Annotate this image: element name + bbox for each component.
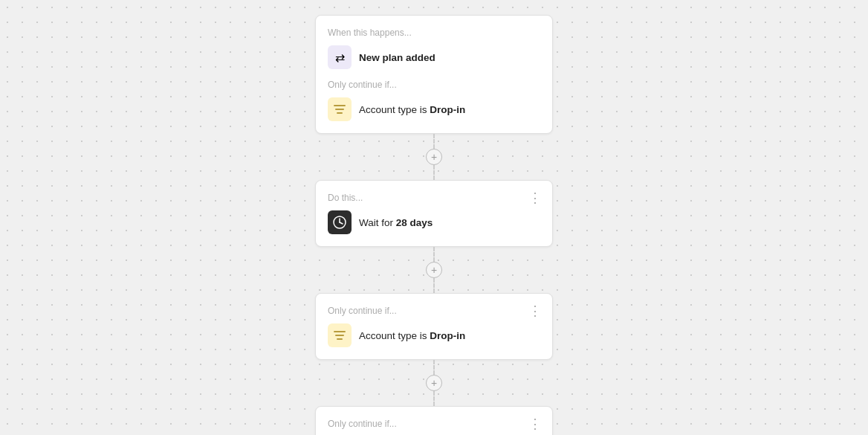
connector-line-bottom-2 bbox=[433, 278, 435, 293]
filter-text-2: Account type is Drop-in bbox=[359, 330, 465, 341]
connector-line-top-2 bbox=[433, 247, 435, 262]
workflow-container: When this happens... ⇄ New plan added On… bbox=[315, 15, 553, 435]
svg-line-5 bbox=[340, 222, 343, 224]
connector-line-top-3 bbox=[433, 360, 435, 375]
condition3-more-button[interactable]: ⋮ bbox=[527, 417, 543, 431]
connector-2: + bbox=[426, 247, 442, 293]
svg-rect-7 bbox=[335, 335, 344, 336]
filter-icon-2 bbox=[328, 323, 352, 347]
filter-icon-1 bbox=[328, 97, 352, 121]
plan-icon: ⇄ bbox=[328, 45, 352, 69]
add-step-button-3[interactable]: + bbox=[426, 375, 442, 391]
trigger-row: ⇄ New plan added bbox=[328, 45, 540, 69]
svg-rect-0 bbox=[334, 105, 346, 106]
filter-row-2: Account type is Drop-in bbox=[328, 323, 540, 347]
trigger-card: When this happens... ⇄ New plan added On… bbox=[315, 15, 553, 134]
clock-icon bbox=[328, 210, 352, 234]
condition2-label: Only continue if... bbox=[328, 306, 540, 316]
filter-row-1: Account type is Drop-in bbox=[328, 97, 540, 121]
wait-text: Wait for 28 days bbox=[359, 217, 433, 228]
connector-line-top-1 bbox=[433, 134, 435, 149]
filter-label-1: Only continue if... bbox=[328, 80, 540, 90]
wait-row: Wait for 28 days bbox=[328, 210, 540, 234]
connector-1: + bbox=[426, 134, 442, 180]
condition2-more-button[interactable]: ⋮ bbox=[527, 304, 543, 318]
wait-card: ⋮ Do this... Wait for 28 days bbox=[315, 180, 553, 247]
svg-rect-1 bbox=[335, 109, 344, 110]
connector-line-bottom-3 bbox=[433, 391, 435, 406]
connector-3: + bbox=[426, 360, 442, 406]
wait-more-button[interactable]: ⋮ bbox=[527, 191, 543, 204]
add-step-button-2[interactable]: + bbox=[426, 262, 442, 278]
condition3-label: Only continue if... bbox=[328, 419, 540, 429]
filter-text-1: Account type is Drop-in bbox=[359, 104, 465, 115]
svg-rect-2 bbox=[337, 112, 343, 114]
condition3-card: ⋮ Only continue if... Number of bookings… bbox=[315, 406, 553, 435]
condition2-card: ⋮ Only continue if... Account type is Dr… bbox=[315, 293, 553, 360]
svg-rect-6 bbox=[334, 331, 346, 332]
connector-line-bottom-1 bbox=[433, 165, 435, 180]
wait-label: Do this... bbox=[328, 193, 540, 203]
svg-rect-8 bbox=[337, 338, 343, 340]
add-step-button-1[interactable]: + bbox=[426, 149, 442, 165]
trigger-label: When this happens... bbox=[328, 28, 540, 38]
trigger-text: New plan added bbox=[359, 52, 435, 63]
